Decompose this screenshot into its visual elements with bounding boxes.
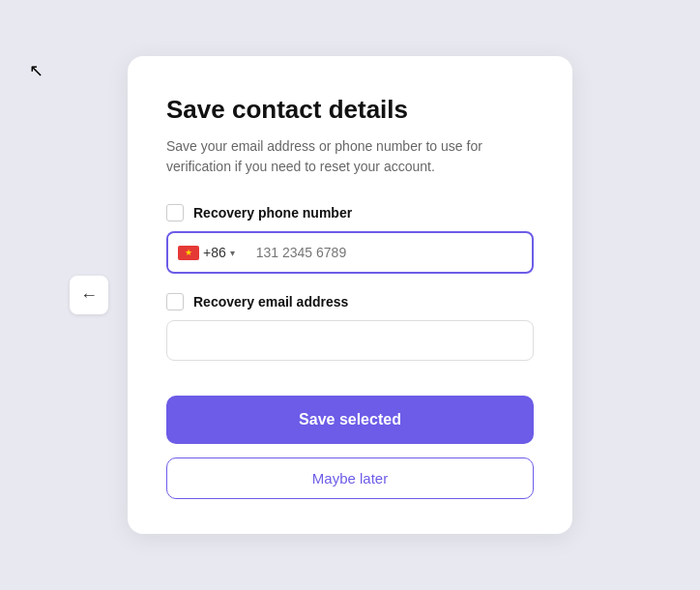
phone-field-group: Recovery phone number +86 ▾ xyxy=(166,204,534,274)
email-checkbox[interactable] xyxy=(166,293,184,310)
cn-flag-icon xyxy=(178,246,199,260)
phone-field-header: Recovery phone number xyxy=(166,204,534,221)
chevron-down-icon: ▾ xyxy=(230,248,235,258)
email-field-label: Recovery email address xyxy=(193,294,348,310)
email-input[interactable] xyxy=(166,320,534,361)
save-selected-button[interactable]: Save selected xyxy=(166,396,534,444)
card-title: Save contact details xyxy=(166,95,534,125)
card: Save contact details Save your email add… xyxy=(128,56,572,534)
back-button[interactable]: ← xyxy=(70,276,108,314)
phone-field-label: Recovery phone number xyxy=(193,205,352,221)
email-field-group: Recovery email address xyxy=(166,293,534,361)
country-code: +86 xyxy=(203,245,226,260)
phone-checkbox[interactable] xyxy=(166,204,184,221)
email-field-header: Recovery email address xyxy=(166,293,534,310)
phone-input-wrapper: +86 ▾ xyxy=(166,231,534,274)
country-selector[interactable]: +86 ▾ xyxy=(168,235,245,270)
back-arrow-icon: ← xyxy=(80,285,98,306)
maybe-later-button[interactable]: Maybe later xyxy=(166,457,534,499)
phone-input[interactable] xyxy=(245,233,532,272)
cursor: ↖ xyxy=(29,60,44,81)
card-subtitle: Save your email address or phone number … xyxy=(166,136,534,177)
